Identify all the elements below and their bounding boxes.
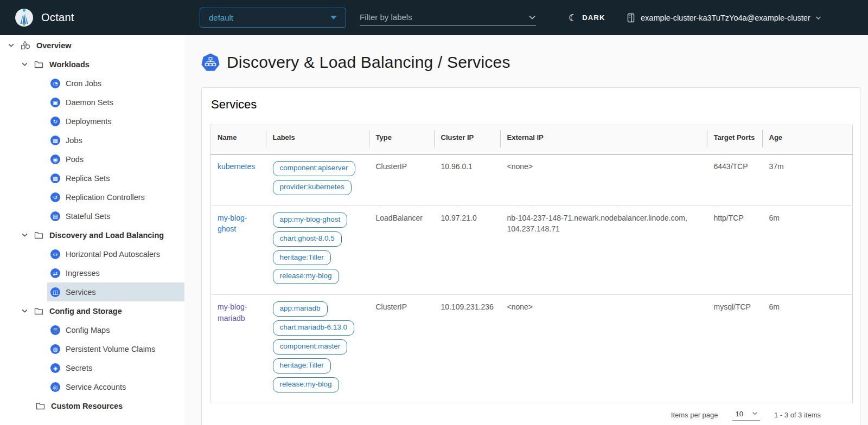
service-link[interactable]: kubernetes bbox=[218, 162, 255, 171]
sidebar-item-label: Cron Jobs bbox=[66, 79, 101, 88]
replica-sets-icon: ▩ bbox=[50, 173, 60, 183]
ingresses-icon: ⇄ bbox=[50, 268, 60, 278]
octant-logo-icon bbox=[14, 8, 34, 28]
column-header-cluster-ip: Cluster IP bbox=[435, 125, 501, 154]
jobs-icon: ▦ bbox=[50, 136, 60, 145]
chevron-down-icon bbox=[330, 16, 337, 20]
cluster-icon bbox=[627, 13, 636, 23]
sidebar-item-ingresses[interactable]: ⇄ Ingresses bbox=[47, 263, 184, 282]
type-cell: ClusterIP bbox=[369, 295, 435, 403]
sidebar-item-horizontal-pod-autoscalers[interactable]: ⇔ Horizontal Pod Autoscalers bbox=[47, 244, 184, 263]
sidebar-item-label: Replica Sets bbox=[66, 174, 110, 183]
folder-icon bbox=[34, 307, 43, 315]
cluster-ip-cell: 10.97.21.0 bbox=[435, 205, 501, 295]
service-link[interactable]: my-blog-mariadb bbox=[218, 302, 247, 322]
sidebar-item-deployments[interactable]: ↻ Deployments bbox=[47, 112, 184, 131]
service-link[interactable]: my-blog-ghost bbox=[218, 214, 247, 233]
sidebar-navigation: Overview Workloads ◔ Cron Jobs ▣ Daemon … bbox=[0, 35, 184, 425]
card-title: Services bbox=[211, 98, 851, 112]
caret-down-icon[interactable] bbox=[21, 307, 28, 314]
sidebar-item-jobs[interactable]: ▦ Jobs bbox=[47, 131, 184, 150]
sidebar-item-stateful-sets[interactable]: ▤ Stateful Sets bbox=[47, 207, 184, 226]
age-cell: 6m bbox=[763, 205, 853, 295]
label-pill[interactable]: release:my-blog bbox=[273, 377, 339, 392]
sidebar-item-label: Custom Resources bbox=[51, 402, 123, 410]
sidebar-item-label: Horizontal Pod Autoscalers bbox=[66, 250, 160, 259]
namespace-value: default bbox=[209, 13, 330, 22]
app-title: Octant bbox=[41, 11, 74, 24]
sidebar-item-workloads[interactable]: Workloads bbox=[0, 55, 184, 74]
overview-icon bbox=[21, 41, 30, 50]
label-pill[interactable]: component:apiserver bbox=[273, 161, 355, 176]
sidebar-item-custom-resources[interactable]: Custom Resources bbox=[0, 396, 184, 415]
items-per-page-select[interactable]: 10 bbox=[732, 409, 760, 421]
sidebar-item-overview[interactable]: Overview bbox=[0, 36, 184, 55]
label-pill[interactable]: chart:ghost-8.0.5 bbox=[273, 231, 342, 247]
label-pill[interactable]: heritage:Tiller bbox=[273, 358, 331, 374]
sidebar-item-replica-sets[interactable]: ▩ Replica Sets bbox=[47, 169, 184, 188]
table-row: my-blog-mariadb app:mariadb chart:mariad… bbox=[211, 295, 853, 403]
table-row: my-blog-ghost app:my-blog-ghost chart:gh… bbox=[211, 205, 853, 295]
service-accounts-icon: ◎ bbox=[50, 382, 60, 392]
chevron-down-icon[interactable] bbox=[528, 15, 536, 20]
chevron-down-icon bbox=[815, 16, 821, 20]
label-pill[interactable]: heritage:Tiller bbox=[273, 250, 331, 266]
services-card: Services Name Labels Type Cluster IP Ext… bbox=[201, 87, 860, 425]
table-header-row: Name Labels Type Cluster IP External IP … bbox=[211, 125, 853, 154]
sidebar-item-config-and-storage[interactable]: Config and Storage bbox=[0, 301, 184, 320]
pods-icon: ◉ bbox=[50, 154, 60, 164]
sidebar-item-label: Service Accounts bbox=[66, 383, 126, 391]
brand: Octant bbox=[14, 0, 74, 35]
caret-down-icon[interactable] bbox=[21, 231, 28, 239]
external-ip-cell: <none> bbox=[501, 154, 707, 206]
label-filter-input[interactable] bbox=[360, 12, 528, 22]
sidebar-item-service-accounts[interactable]: ◎ Service Accounts bbox=[47, 377, 184, 396]
pagination-range: 1 - 3 of 3 items bbox=[774, 411, 821, 419]
sidebar-item-daemon-sets[interactable]: ▣ Daemon Sets bbox=[47, 93, 184, 112]
sidebar-item-discovery-and-load-balancing[interactable]: Discovery and Load Balancing bbox=[0, 226, 184, 244]
sidebar-item-secrets[interactable]: ◈ Secrets bbox=[47, 358, 184, 377]
column-header-external-ip: External IP bbox=[501, 125, 707, 154]
app-header: Octant default ☾ DARK example-cluster-ka… bbox=[0, 0, 868, 35]
caret-down-icon[interactable] bbox=[7, 42, 15, 49]
stateful-sets-icon: ▤ bbox=[50, 211, 60, 221]
sidebar-item-config-maps[interactable]: ≣ Config Maps bbox=[47, 320, 184, 339]
cluster-selector[interactable]: example-cluster-ka3TuTzYo4a@example-clus… bbox=[627, 0, 821, 35]
column-header-target-ports: Target Ports bbox=[707, 125, 763, 154]
sidebar-item-label: Secrets bbox=[66, 364, 92, 372]
sidebar-item-label: Persistent Volume Claims bbox=[66, 345, 155, 353]
sidebar-item-persistent-volume-claims[interactable]: ◍ Persistent Volume Claims bbox=[47, 339, 184, 358]
type-cell: ClusterIP bbox=[369, 154, 435, 206]
sidebar-item-label: Daemon Sets bbox=[66, 98, 113, 107]
label-pill[interactable]: component:master bbox=[273, 339, 348, 355]
deployments-icon: ↻ bbox=[50, 117, 60, 126]
chevron-down-icon bbox=[752, 411, 758, 416]
service-heptagon-icon bbox=[201, 53, 220, 72]
sidebar-item-label: Replication Controllers bbox=[66, 193, 145, 202]
main-content: Discovery & Load Balancing / Services Se… bbox=[184, 35, 868, 425]
sidebar-item-services[interactable]: ◫ Services bbox=[47, 282, 184, 301]
label-pill[interactable]: release:my-blog bbox=[273, 269, 339, 284]
column-header-labels: Labels bbox=[266, 125, 369, 154]
sidebar-item-pods[interactable]: ◉ Pods bbox=[47, 150, 184, 169]
dark-mode-toggle[interactable]: ☾ DARK bbox=[569, 0, 605, 35]
page-title: Discovery & Load Balancing / Services bbox=[227, 53, 510, 72]
replication-controllers-icon: ↺ bbox=[50, 192, 60, 202]
label-pill[interactable]: app:my-blog-ghost bbox=[273, 212, 348, 228]
label-pill[interactable]: app:mariadb bbox=[273, 301, 328, 317]
caret-down-icon[interactable] bbox=[21, 61, 28, 68]
sidebar-item-label: Services bbox=[66, 288, 96, 297]
namespace-select[interactable]: default bbox=[200, 8, 346, 28]
age-cell: 37m bbox=[763, 154, 853, 206]
label-pill[interactable]: chart:mariadb-6.13.0 bbox=[273, 320, 355, 336]
target-ports-cell: 6443/TCP bbox=[707, 154, 763, 206]
column-header-name: Name bbox=[211, 125, 266, 154]
label-pill[interactable]: provider:kubernetes bbox=[273, 180, 352, 195]
sidebar-item-label: Config Maps bbox=[66, 326, 110, 334]
sidebar-item-cron-jobs[interactable]: ◔ Cron Jobs bbox=[47, 74, 184, 93]
folder-icon bbox=[34, 231, 43, 239]
cluster-ip-cell: 10.109.231.236 bbox=[435, 295, 501, 403]
items-per-page-label: Items per page bbox=[671, 411, 718, 419]
sidebar-item-label: Discovery and Load Balancing bbox=[49, 231, 164, 240]
sidebar-item-replication-controllers[interactable]: ↺ Replication Controllers bbox=[47, 188, 184, 207]
